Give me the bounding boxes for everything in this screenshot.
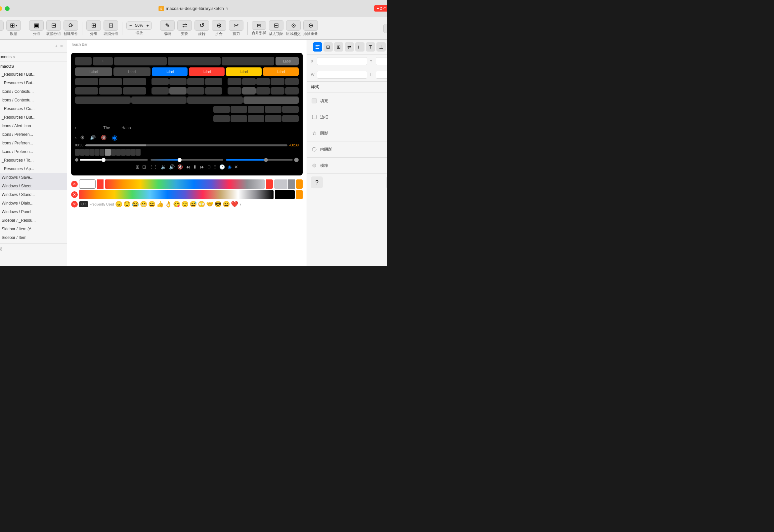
tb-sg2-1[interactable] xyxy=(151,78,169,85)
sidebar-item-6[interactable]: ↻ Icons / Alert Icon xyxy=(0,122,67,130)
tb-label-plain-1[interactable]: Label xyxy=(75,67,112,76)
tb-sg8-4[interactable] xyxy=(265,106,282,113)
tb-slider-thumb-3[interactable] xyxy=(264,158,268,162)
intersect-button[interactable]: ⊗ 区域相交 xyxy=(286,20,301,36)
tb-ctrl-12[interactable]: 🕐 xyxy=(219,164,225,170)
transform-button[interactable]: ⇌ 变换 xyxy=(177,20,192,36)
ungroup-button[interactable]: ⊟ 取消分组 xyxy=(46,20,61,36)
tb-ctrl-13[interactable]: ◉ xyxy=(228,164,232,170)
sidebar-item-9[interactable]: ↻ Icons / Preferen... xyxy=(0,147,67,156)
emoji-12[interactable]: 🤝 xyxy=(206,201,213,208)
tb-ctrl-4[interactable]: 🔉 xyxy=(161,164,166,170)
emoji-11[interactable]: 😳 xyxy=(198,201,205,208)
group-button[interactable]: ▣ 分组 xyxy=(29,20,44,36)
emoji-14[interactable]: 😄 xyxy=(223,201,230,208)
tb-sg4-2[interactable] xyxy=(99,87,122,95)
emoji-1[interactable]: 😠 xyxy=(115,201,122,208)
components-header[interactable]: Components ∨ xyxy=(0,53,67,61)
tb-g1-1[interactable] xyxy=(114,57,167,65)
tb-sg3-5[interactable] xyxy=(285,78,299,85)
create-component-button[interactable]: ⟳ 创建组件 xyxy=(63,20,78,36)
rp-align-center-icon[interactable]: ⊣ xyxy=(387,42,387,52)
insert-button[interactable]: + ▾ 插入 xyxy=(0,20,4,36)
tb-sg3-1[interactable] xyxy=(228,78,241,85)
macos-section-header[interactable]: ▼ ▣ macOS xyxy=(0,63,67,70)
w-input[interactable] xyxy=(317,71,367,79)
rp-settings-btn[interactable]: ⚙ xyxy=(386,176,387,188)
rp-align-right-icon[interactable]: ⊢ xyxy=(355,42,365,52)
tb-sg9-2[interactable] xyxy=(231,115,247,122)
rp-distribute-icon[interactable]: ⊟ xyxy=(324,42,333,52)
sidebar-item-17[interactable]: ↻ Sidebar / _Resou... xyxy=(0,216,67,225)
tb-ctrl-6[interactable]: 🔇 xyxy=(177,164,183,170)
arrange-button[interactable]: ⊞ 分组 xyxy=(86,20,101,36)
h-input[interactable] xyxy=(376,71,387,79)
tb-sg8-2[interactable] xyxy=(231,106,247,113)
tb-seg-1[interactable] xyxy=(75,57,92,65)
emoji-8[interactable]: 😋 xyxy=(173,201,180,208)
rp-align-top-icon[interactable]: ⊤ xyxy=(366,42,375,52)
emoji-back-icon[interactable]: ↺ xyxy=(81,202,84,207)
pages-menu-button[interactable]: ≡ xyxy=(60,43,63,49)
rp-arrange-icon[interactable]: ⇄ xyxy=(345,42,354,52)
tb-scrubber-handle[interactable] xyxy=(105,149,111,156)
tb-sg9-4[interactable] xyxy=(265,115,282,122)
tb-slider-track-2[interactable] xyxy=(150,159,223,161)
sidebar-item-0[interactable]: ↻ _Resources / But... xyxy=(0,70,67,79)
tb-ctrl-2[interactable]: ⊡ xyxy=(142,164,146,170)
edit-button[interactable]: ✎ 编辑 xyxy=(160,20,174,36)
tb-sg3-2[interactable] xyxy=(242,78,256,85)
tb-g1-3[interactable] xyxy=(222,57,274,65)
y-input[interactable] xyxy=(376,57,387,65)
merge-shapes-button[interactable]: ⊞ 合并形状 xyxy=(252,21,266,35)
emoji-13[interactable]: 😎 xyxy=(214,201,222,208)
emoji-10[interactable]: 😅 xyxy=(189,201,197,208)
sidebar-item-5[interactable]: ↻ _Resources / But... xyxy=(0,113,67,122)
sidebar-item-15[interactable]: ↻ Windows / Dialo... xyxy=(0,199,67,208)
tb-sg5-1[interactable] xyxy=(151,87,169,95)
tb-sg3-4[interactable] xyxy=(271,78,284,85)
add-page-button[interactable]: + xyxy=(55,43,58,49)
tb-sg8-3[interactable] xyxy=(248,106,264,113)
emoji-forward-icon[interactable]: › xyxy=(85,202,86,207)
maximize-button[interactable] xyxy=(5,6,10,11)
sidebar-item-19[interactable]: ↻ Sidebar / Item xyxy=(0,233,67,242)
emoji-7[interactable]: 👌 xyxy=(165,201,172,208)
zoom-control[interactable]: − 56% + 缩放 xyxy=(126,21,152,35)
tb-ctrl-9[interactable]: ⏭ xyxy=(200,164,205,170)
tb-sg6-5[interactable] xyxy=(285,87,299,95)
sidebar-item-8[interactable]: ↻ Icons / Preferen... xyxy=(0,139,67,147)
unarrange-button[interactable]: ⊡ 取消分组 xyxy=(103,20,118,36)
emoji-3[interactable]: 😂 xyxy=(132,201,139,208)
sidebar-item-3[interactable]: ↻ Icons / Contextu... xyxy=(0,96,67,104)
data-button[interactable]: ⊞ ▾ 数据 xyxy=(6,20,21,36)
color-close-btn-2[interactable]: ✕ xyxy=(71,191,78,198)
zoom-minus-icon[interactable]: − xyxy=(129,23,132,28)
tb-volume-icon[interactable]: 🔊 xyxy=(90,135,96,140)
emoji-9[interactable]: 🙂 xyxy=(181,201,188,208)
tb-ctrl-5[interactable]: 🔊 xyxy=(169,164,174,170)
tb-label-1[interactable]: Label xyxy=(276,57,299,65)
tb-sg2-4[interactable] xyxy=(205,78,222,85)
tb-sg7-1[interactable] xyxy=(75,96,131,104)
sidebar-item-14[interactable]: ↻ Windows / Stand... xyxy=(0,190,67,199)
tb-label-plain-2[interactable]: Label xyxy=(113,67,150,76)
emoji-scroll-right[interactable]: › xyxy=(240,202,241,207)
tb-ctrl-3[interactable]: ⋮⋮ xyxy=(149,164,158,170)
tb-left-chevron-icon[interactable]: ‹ xyxy=(75,135,77,140)
sidebar-item-11[interactable]: ↻ _Resources / Ap... xyxy=(0,165,67,173)
tb-sg1-2[interactable] xyxy=(99,78,122,85)
emoji-4[interactable]: 😁 xyxy=(140,201,147,208)
tb-slider-thumb-2[interactable] xyxy=(177,158,181,162)
tb-sg5-2[interactable] xyxy=(169,87,186,95)
emoji-2[interactable]: 😟 xyxy=(123,201,131,208)
tb-sg6-4[interactable] xyxy=(271,87,284,95)
tb-ctrl-1[interactable]: ⊞ xyxy=(135,164,139,170)
sidebar-item-12[interactable]: ↻ Windows / Save... xyxy=(0,173,67,182)
tb-sg4-1[interactable] xyxy=(75,87,98,95)
tb-ctrl-7[interactable]: ⏮ xyxy=(185,164,190,170)
rp-question-btn[interactable]: ? xyxy=(311,176,323,188)
color-gradient-strip-2[interactable] xyxy=(79,190,274,199)
combine-button[interactable]: ⊕ 拼合 xyxy=(212,20,226,36)
tb-label-blue[interactable]: Label xyxy=(152,67,187,76)
